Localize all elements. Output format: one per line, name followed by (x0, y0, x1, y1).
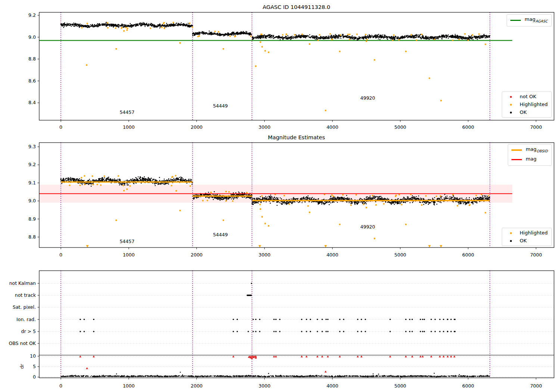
ok-data-point (408, 197, 409, 198)
flag-event-point (435, 319, 436, 320)
ok-data-point (423, 35, 424, 37)
ok-data-point (315, 201, 317, 202)
dr-data-point (313, 375, 314, 376)
dr-data-point (383, 376, 385, 377)
ok-data-point (375, 197, 376, 198)
ok-data-point (88, 184, 89, 185)
dr-data-point (370, 376, 371, 377)
dr-data-point (185, 376, 186, 377)
ok-data-point (433, 203, 435, 204)
highlighted-data-point (172, 22, 174, 23)
dr-data-point (202, 376, 203, 377)
highlighted-outlier-point (374, 238, 375, 239)
dr-data-point (399, 376, 401, 377)
dr-data-point (356, 376, 357, 377)
dr-data-point (379, 376, 380, 377)
dr-not-ok-point (360, 355, 363, 357)
ok-data-point (144, 24, 145, 25)
highlighted-data-point (440, 195, 441, 197)
ok-data-point (385, 199, 386, 200)
ok-data-point (253, 202, 254, 203)
ok-data-point (404, 202, 405, 203)
mag-obsid-line-swatch (511, 149, 522, 151)
highlighted-data-point (363, 203, 364, 205)
ok-data-point (88, 26, 89, 27)
ok-data-point (102, 180, 103, 181)
ok-data-point (329, 36, 330, 37)
ok-data-point (429, 37, 430, 38)
highlighted-outlier-point (339, 224, 340, 225)
ok-data-point (448, 34, 449, 35)
dr-data-point (309, 376, 311, 377)
dr-not-ok-point (232, 355, 234, 357)
ok-data-point (72, 24, 73, 25)
ok-data-point (119, 25, 121, 27)
ok-data-point (321, 37, 323, 38)
dr-data-point (200, 376, 202, 377)
figure: 5445754449499200100020003000400050006000… (0, 0, 560, 392)
ok-data-point (145, 180, 146, 181)
ok-data-point (180, 180, 181, 181)
ok-data-point (111, 24, 112, 25)
ok-data-point (307, 198, 308, 199)
dr-data-point (342, 376, 343, 377)
ok-data-point (378, 196, 379, 197)
ok-data-point (436, 204, 438, 205)
ok-data-point (304, 198, 305, 199)
ok-data-point (98, 178, 99, 180)
dr-data-point (63, 376, 64, 377)
x-tick-label: 5000 (394, 124, 406, 130)
ok-data-point (484, 37, 485, 38)
dr-data-point (373, 375, 374, 376)
ok-data-point (230, 34, 231, 35)
ok-data-point (482, 196, 483, 197)
axes-spine (39, 12, 554, 120)
ok-data-point (71, 180, 72, 181)
ok-data-point (276, 202, 277, 203)
ok-data-point (449, 196, 450, 197)
ok-data-point (158, 184, 159, 185)
dr-data-point (121, 376, 122, 377)
ok-data-point (395, 38, 396, 39)
ok-data-point (424, 202, 426, 203)
ok-data-point (346, 199, 347, 200)
ok-data-point (329, 204, 330, 205)
ok-data-point (248, 197, 249, 198)
ok-data-point (98, 180, 99, 181)
ok-data-point (364, 36, 365, 37)
ok-data-point (412, 197, 413, 199)
y-tick-label: 9.2 (28, 162, 36, 167)
ok-data-point (410, 202, 411, 203)
x-tick-label: 4000 (326, 124, 338, 130)
dr-data-point (396, 376, 397, 377)
ok-data-point (343, 197, 345, 198)
ok-data-point (441, 197, 442, 199)
ok-data-point (192, 184, 193, 185)
dr-data-point (321, 376, 323, 377)
dr-data-point (253, 375, 255, 376)
ok-data-point (331, 198, 332, 199)
dr-data-point (123, 376, 124, 377)
ok-data-point (63, 27, 64, 28)
dr-data-point (238, 375, 239, 376)
dr-data-point (207, 376, 208, 377)
highlighted-data-point (421, 204, 423, 206)
dr-not-ok-point (273, 355, 275, 357)
dr-data-point (127, 376, 128, 377)
dr-data-point (340, 376, 341, 377)
highlighted-outlier-point (268, 52, 269, 53)
highlighted-data-point (87, 23, 88, 24)
y-tick-label: 9.3 (28, 144, 36, 149)
ok-data-point (234, 197, 235, 198)
ok-data-point (441, 196, 442, 197)
ok-data-point (199, 34, 200, 35)
ok-data-point (289, 199, 290, 200)
legend-item-mag-agasc: magAGASC (510, 16, 548, 24)
ok-data-point (236, 32, 237, 34)
dr-data-point (294, 376, 295, 377)
flag-event-point (430, 331, 432, 332)
ok-data-point (94, 25, 95, 26)
ok-data-point (328, 38, 329, 39)
ok-dot-icon (505, 112, 516, 113)
ok-data-point (138, 25, 139, 26)
